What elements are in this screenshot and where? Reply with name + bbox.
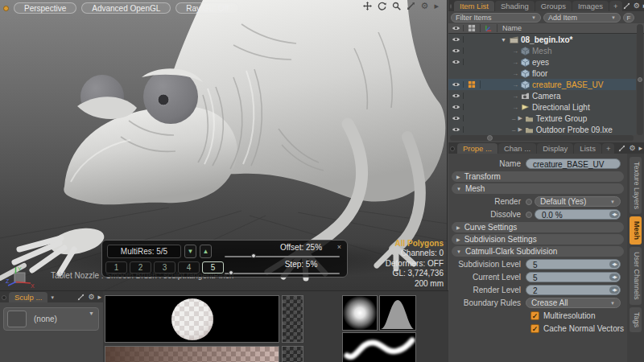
panel-handle-dot[interactable] — [450, 4, 452, 9]
expander-closed-icon[interactable]: ▶ — [518, 115, 522, 121]
tab-shading[interactable]: Shading — [495, 1, 535, 11]
boundary-rules-dropdown[interactable]: Crease All▼ — [526, 298, 621, 308]
item-name-input[interactable]: creature_BASE_UV — [526, 158, 621, 169]
tab-groups[interactable]: Groups — [535, 1, 572, 11]
level-button-5[interactable]: 5 — [202, 261, 224, 274]
section-mesh[interactable]: ▼Mesh — [452, 183, 624, 194]
expander-closed-icon[interactable]: ▶ — [518, 126, 522, 133]
raygl-button[interactable]: Ray GL: Off — [175, 2, 239, 14]
add-tab-button[interactable]: + — [602, 143, 615, 154]
tab-channels[interactable]: Chan ... — [498, 143, 536, 154]
mini-slider-icon[interactable]: ◀▶ — [609, 211, 619, 218]
shading-mode-button[interactable]: Advanced OpenGL — [81, 2, 171, 14]
alpha-checker-chip[interactable] — [282, 295, 303, 343]
offset-slider[interactable] — [225, 256, 340, 257]
section-transform[interactable]: ▶Transform — [452, 171, 624, 182]
render-level-input[interactable]: 2 — [526, 285, 621, 295]
section-subdivision-settings[interactable]: ▶Subdivision Settings — [452, 234, 624, 245]
side-tab-mesh[interactable]: Mesh — [630, 216, 642, 245]
panel-menu-arrow-icon[interactable]: ▸ — [638, 145, 642, 152]
preset-swatch[interactable] — [7, 311, 27, 327]
pop-out-icon[interactable] — [623, 2, 630, 10]
subdivision-level-input[interactable]: 5 — [526, 259, 621, 269]
gear-icon[interactable]: ⚙ — [421, 2, 429, 10]
add-tab-button[interactable]: + — [609, 1, 622, 11]
tab-properties[interactable]: Prope ... — [457, 143, 497, 154]
step-slider-thumb[interactable] — [229, 270, 233, 275]
table-row-mesh[interactable]: →Mesh — [448, 45, 636, 56]
brush-falloff-preview[interactable] — [379, 295, 416, 331]
channel-toggle-icon[interactable] — [526, 199, 532, 205]
visibility-column-eye-icon[interactable] — [452, 25, 460, 31]
gear-icon[interactable]: ⚙ — [88, 294, 94, 301]
side-tab-user-channels[interactable]: User Channels — [630, 247, 642, 305]
level-button-4[interactable]: 4 — [178, 261, 200, 274]
eye-icon[interactable] — [452, 93, 460, 99]
viewport-state-dot[interactable] — [3, 6, 9, 11]
tab-images[interactable]: Images — [572, 1, 609, 11]
table-row-directional-light[interactable]: →Directional Light — [448, 101, 636, 113]
step-slider[interactable] — [225, 273, 340, 274]
cache-normal-vectors-checkbox[interactable]: ✓ — [530, 324, 539, 333]
table-row-floor[interactable]: →floor — [448, 68, 636, 79]
viewport-3d[interactable]: Perspective Advanced OpenGL Ray GL: Off … — [0, 0, 448, 290]
current-level-input[interactable]: 5 — [526, 272, 621, 282]
level-button-3[interactable]: 3 — [154, 261, 175, 274]
camera-view-button[interactable]: Perspective — [14, 2, 76, 14]
multires-display[interactable]: MultiRes: 5/5 — [107, 245, 181, 258]
table-row-creature-selected[interactable]: →creature_BASE_UV — [448, 79, 636, 90]
mini-slider-icon[interactable]: ◀▶ — [609, 286, 619, 294]
table-row-texture-group[interactable]: –▶Texture Group — [448, 113, 636, 124]
mini-slider-icon[interactable]: ◀▶ — [609, 261, 619, 268]
eye-icon[interactable] — [452, 81, 460, 88]
item-list-vertical-scrollbar[interactable] — [637, 24, 643, 135]
alpha-checker-chip[interactable] — [282, 346, 303, 362]
filter-items-dropdown[interactable]: Filter Items▼ — [451, 13, 541, 23]
expander-open-icon[interactable]: ▼ — [501, 37, 507, 43]
pop-out-icon[interactable] — [77, 294, 85, 301]
level-button-2[interactable]: 2 — [130, 261, 151, 274]
scrollbar-knob[interactable] — [638, 77, 642, 82]
hud-close-button[interactable]: × — [337, 243, 341, 251]
panel-menu-arrow-icon[interactable]: ▸ — [434, 2, 439, 10]
mini-slider-icon[interactable]: ◀▶ — [609, 274, 619, 281]
texture-preview-sphere-tile[interactable] — [105, 295, 279, 343]
table-row-eyes[interactable]: →eyes — [448, 56, 636, 68]
section-curve-settings[interactable]: ▶Curve Settings — [452, 222, 624, 232]
pan-icon[interactable] — [363, 2, 372, 10]
sculpt-preset-selector[interactable]: (none) ▼ — [3, 307, 99, 331]
tab-sculpt[interactable]: Sculp ... — [9, 292, 47, 302]
multires-down-button[interactable]: ▼ — [184, 245, 196, 258]
maximize-icon[interactable] — [407, 2, 415, 10]
multires-badge-icon[interactable] — [468, 80, 476, 88]
offset-slider-thumb[interactable] — [251, 253, 256, 258]
eye-icon[interactable] — [452, 59, 460, 65]
eye-icon[interactable] — [452, 104, 460, 110]
item-list-horizontal-scrollbar[interactable] — [450, 135, 634, 141]
side-tab-texture-layers[interactable]: Texture Layers — [630, 157, 642, 214]
dissolve-input[interactable]: 0.0 % — [535, 209, 621, 220]
eye-icon[interactable] — [452, 115, 460, 121]
tab-display[interactable]: Display — [537, 143, 573, 154]
chevron-down-icon[interactable]: ▼ — [50, 295, 55, 300]
zoom-icon[interactable] — [392, 2, 401, 10]
render-dropdown[interactable]: Default (Yes)▼ — [535, 196, 621, 207]
level-button-1[interactable]: 1 — [105, 261, 127, 274]
eye-icon[interactable] — [452, 36, 460, 43]
add-item-dropdown[interactable]: Add Item▼ — [543, 13, 621, 23]
panel-menu-arrow-icon[interactable]: ▸ — [97, 294, 101, 301]
table-row-scene[interactable]: ▼08_begin.lxo* — [448, 34, 636, 45]
multires-up-button[interactable]: ▲ — [200, 245, 212, 258]
sculpt-hud[interactable]: MultiRes: 5/5 ▼ ▲ 1 2 3 4 5 Offset: 25% … — [101, 240, 348, 278]
axes-column-icon[interactable] — [485, 24, 493, 32]
filter-f-button[interactable]: F — [623, 13, 634, 23]
pop-out-icon[interactable] — [618, 145, 625, 152]
section-catmull-clark[interactable]: ▼Catmull-Clark Subdivision — [452, 246, 624, 257]
channel-toggle-icon[interactable] — [526, 212, 532, 218]
eye-icon[interactable] — [452, 126, 460, 133]
tab-item-list[interactable]: Item List — [454, 1, 494, 11]
gear-icon[interactable]: ⚙ — [629, 145, 635, 152]
table-row-camera[interactable]: →Camera — [448, 90, 636, 101]
scrollbar-knob[interactable] — [487, 135, 493, 141]
side-tab-tags[interactable]: Tags — [630, 307, 642, 332]
